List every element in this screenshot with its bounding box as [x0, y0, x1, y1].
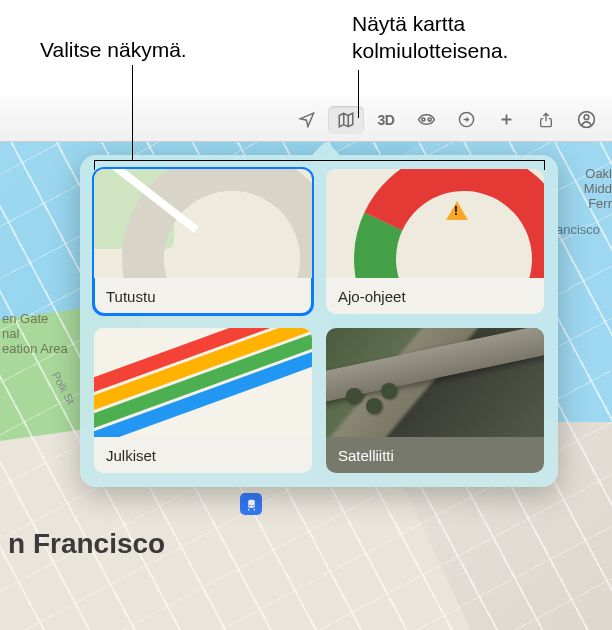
- tile-label: Satelliitti: [326, 437, 544, 473]
- tile-label: Ajo-ohjeet: [326, 278, 544, 314]
- map-tile-explore[interactable]: Tutustu: [94, 169, 312, 314]
- directions-button[interactable]: [448, 106, 484, 134]
- map-tile-driving[interactable]: Ajo-ohjeet: [326, 169, 544, 314]
- svg-point-7: [252, 504, 254, 506]
- account-button[interactable]: [568, 106, 604, 134]
- tile-label: Tutustu: [94, 278, 312, 314]
- callout-leader-line: [132, 65, 133, 160]
- transit-station-icon[interactable]: [240, 493, 262, 515]
- map-mode-popover: Tutustu Ajo-ohjeet Julkiset Satelliitti: [80, 155, 558, 487]
- toolbar: 3D: [0, 98, 612, 142]
- svg-point-0: [421, 118, 424, 121]
- callout-bracket: [94, 160, 95, 170]
- svg-rect-5: [248, 499, 255, 507]
- svg-point-6: [249, 504, 251, 506]
- map-label-oakland: Oakl Midd Ferr: [584, 166, 612, 211]
- look-around-button[interactable]: [408, 106, 444, 134]
- warning-icon: [446, 201, 468, 220]
- map-tile-satellite[interactable]: Satelliitti: [326, 328, 544, 473]
- tile-preview: [94, 328, 312, 437]
- callout-select-view: Valitse näkymä.: [40, 36, 187, 63]
- map-tile-transit[interactable]: Julkiset: [94, 328, 312, 473]
- city-label: n Francisco: [8, 528, 165, 560]
- callout-leader-line: [358, 70, 359, 118]
- tile-preview: [326, 328, 544, 437]
- tile-preview: [94, 169, 312, 278]
- tile-label: Julkiset: [94, 437, 312, 473]
- map-label-golden-gate: en Gate nal eation Area: [2, 312, 68, 357]
- share-button[interactable]: [528, 106, 564, 134]
- location-button[interactable]: [288, 106, 324, 134]
- callout-bracket: [94, 160, 544, 161]
- callout-show-3d: Näytä kartta kolmiulotteisena.: [352, 10, 612, 65]
- svg-point-4: [584, 115, 589, 120]
- add-button[interactable]: [488, 106, 524, 134]
- callout-bracket: [544, 160, 545, 170]
- 3d-button[interactable]: 3D: [368, 106, 404, 134]
- svg-point-1: [428, 118, 431, 121]
- tile-preview: [326, 169, 544, 278]
